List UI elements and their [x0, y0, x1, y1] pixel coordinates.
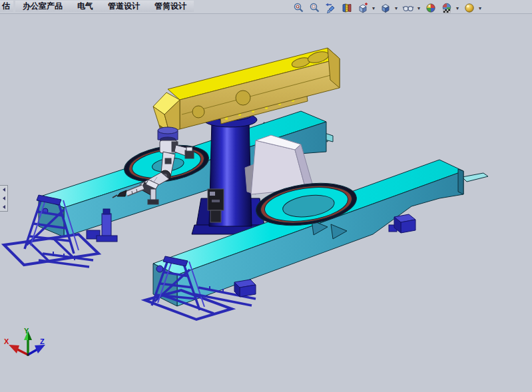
graphics-viewport[interactable]: X Y Z [0, 0, 532, 392]
view-settings-dropdown-arrow[interactable]: ▾ [477, 5, 483, 11]
back-arrow-pen-icon [325, 2, 337, 14]
eyeglasses-icon [402, 2, 414, 14]
triad-x-label: X [4, 337, 9, 345]
view-settings-button[interactable] [462, 1, 476, 15]
tab-tubing-design[interactable]: 管筒设计 [147, 1, 194, 12]
gold-sphere-icon [463, 2, 475, 14]
view-orientation-dropdown-arrow[interactable]: ▾ [371, 5, 376, 11]
panel-collapse-tab[interactable] [0, 185, 8, 212]
section-slab-icon [341, 2, 353, 14]
collapse-arrow-icon [3, 196, 5, 200]
hide-show-items-button[interactable] [401, 1, 415, 15]
view-orientation-button[interactable] [356, 1, 370, 15]
apply-scene-button[interactable] [439, 1, 453, 15]
tab-electrical[interactable]: 电气 [70, 1, 101, 12]
triad-z-label: Z [40, 337, 45, 345]
edit-appearance-button[interactable] [423, 1, 437, 15]
application-window: X Y Z 估 办公室产品 电气 管道设计 管筒设计 [0, 0, 532, 392]
display-style-dropdown-arrow[interactable]: ▾ [394, 5, 399, 11]
section-view-button[interactable] [340, 1, 354, 15]
zoom-to-fit-button[interactable] [292, 1, 306, 15]
triad-y-label: Y [24, 327, 29, 335]
hide-show-items-dropdown-arrow[interactable]: ▾ [416, 5, 421, 11]
display-style-button[interactable] [378, 1, 392, 15]
cube-plus-icon [357, 2, 369, 14]
control-device[interactable] [208, 189, 224, 222]
previous-view-button[interactable] [324, 1, 338, 15]
tab-office-products[interactable]: 办公室产品 [15, 1, 70, 12]
magnifier-icon [293, 2, 305, 14]
tab-piping-design[interactable]: 管道设计 [101, 1, 147, 12]
shaded-cube-icon [380, 2, 392, 14]
heads-up-view-toolbar: ▾ ▾ ▾ [292, 1, 483, 15]
color-sphere-icon [425, 2, 437, 14]
support-block-mid[interactable] [234, 280, 256, 297]
collapse-arrow-icon [3, 188, 5, 192]
zoom-to-area-button[interactable] [308, 1, 322, 15]
checkered-sphere-icon [441, 2, 453, 14]
tab-partial[interactable]: 估 [0, 1, 13, 12]
magnifier-area-icon [309, 2, 321, 14]
apply-scene-dropdown-arrow[interactable]: ▾ [455, 5, 460, 11]
collapse-arrow-icon [3, 205, 5, 209]
